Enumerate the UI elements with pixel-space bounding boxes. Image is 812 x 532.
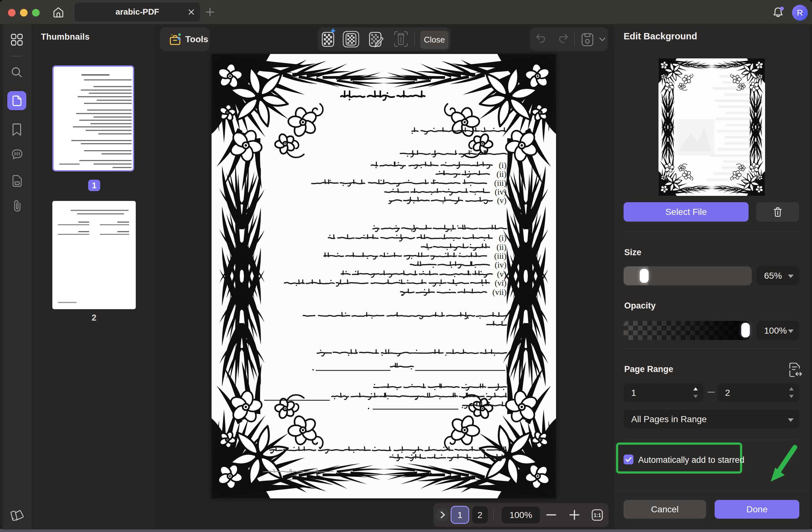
svg-text:100%: 100% (509, 510, 532, 520)
svg-text:(iii): (iii) (494, 178, 507, 187)
svg-text:(vi): (vi) (494, 278, 507, 288)
svg-text:(ii): (ii) (496, 242, 507, 252)
svg-text:(v): (v) (497, 269, 507, 279)
svg-text:(v): (v) (497, 196, 507, 205)
svg-text:(i): (i) (498, 160, 507, 170)
svg-text:1: 1 (458, 510, 462, 520)
svg-text:(iv): (iv) (494, 260, 507, 269)
svg-text:2: 2 (477, 510, 482, 520)
svg-text:(vii): (vii) (492, 288, 507, 297)
svg-text:(iii): (iii) (494, 251, 507, 261)
svg-text:1:1: 1:1 (593, 513, 601, 518)
svg-text:(ii): (ii) (496, 169, 507, 179)
svg-text:(iv): (iv) (494, 187, 507, 196)
svg-text:(i): (i) (498, 233, 507, 242)
